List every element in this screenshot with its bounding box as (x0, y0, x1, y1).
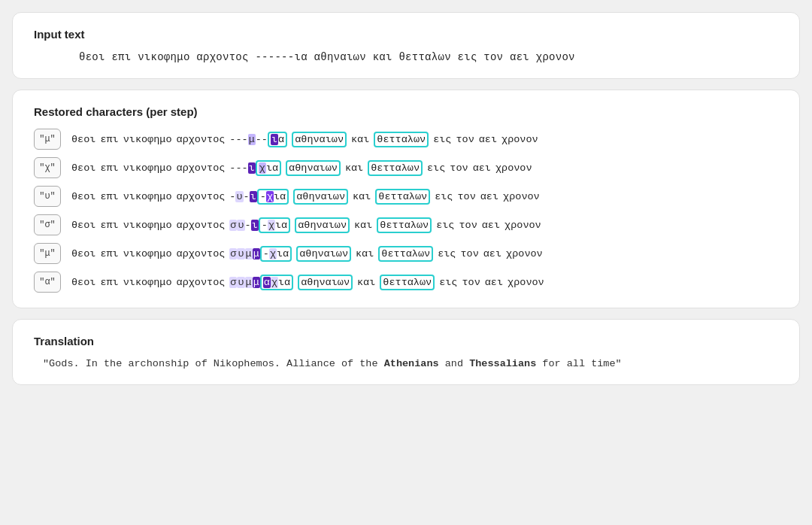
char-badge: "μ" (34, 243, 61, 264)
translation-panel-title: Translation (34, 335, 778, 347)
row-content: θεοι επι νικοφημο αρχοντος -υ-ι-χια αθην… (71, 189, 540, 205)
restored-rows: "μ" θεοι επι νικοφημο αρχοντος ---μ--ια … (34, 129, 778, 293)
row-content: θεοι επι νικοφημο αρχοντος συμμ-χια αθην… (71, 246, 543, 262)
translation-prefix: "Gods. In the archonship of Nikophemos. … (43, 358, 384, 369)
char-badge: "μ" (34, 129, 61, 150)
translation-bold-thessalians: Thessalians (469, 358, 536, 369)
input-text: θεοι επι νικοφημο αρχοντος ------ια αθην… (34, 51, 778, 63)
translation-mid: and (439, 358, 470, 369)
char-badge: "σ" (34, 214, 61, 235)
restored-panel: Restored characters (per step) "μ" θεοι … (12, 90, 800, 308)
row-content: θεοι επι νικοφημο αρχοντος ---ιχια αθηνα… (71, 160, 532, 176)
translation-bold-athenians: Athenians (384, 358, 439, 369)
char-badge: "υ" (34, 186, 61, 207)
translation-panel: Translation "Gods. In the archonship of … (12, 319, 800, 385)
char-badge: "χ" (34, 157, 61, 178)
row-content: θεοι επι νικοφημο αρχοντος συμμαχια αθην… (71, 275, 544, 290)
row-content: θεοι επι νικοφημο αρχοντος συ-ι-χια αθην… (71, 217, 541, 233)
table-row: "μ" θεοι επι νικοφημο αρχοντος συμμ-χια … (34, 243, 778, 264)
row-content: θεοι επι νικοφημο αρχοντος ---μ--ια αθην… (71, 132, 538, 147)
table-row: "χ" θεοι επι νικοφημο αρχοντος ---ιχια α… (34, 157, 778, 178)
table-row: "σ" θεοι επι νικοφημο αρχοντος συ-ι-χια … (34, 214, 778, 235)
translation-text: "Gods. In the archonship of Nikophemos. … (34, 358, 778, 369)
table-row: "υ" θεοι επι νικοφημο αρχοντος -υ-ι-χια … (34, 186, 778, 207)
input-panel: Input text θεοι επι νικοφημο αρχοντος --… (12, 12, 800, 79)
restored-panel-title: Restored characters (per step) (34, 105, 778, 118)
table-row: "α" θεοι επι νικοφημο αρχοντος συμμαχια … (34, 272, 778, 293)
table-row: "μ" θεοι επι νικοφημο αρχοντος ---μ--ια … (34, 129, 778, 150)
input-panel-title: Input text (34, 28, 778, 41)
translation-suffix: for all time" (536, 358, 621, 369)
char-badge: "α" (34, 272, 61, 293)
